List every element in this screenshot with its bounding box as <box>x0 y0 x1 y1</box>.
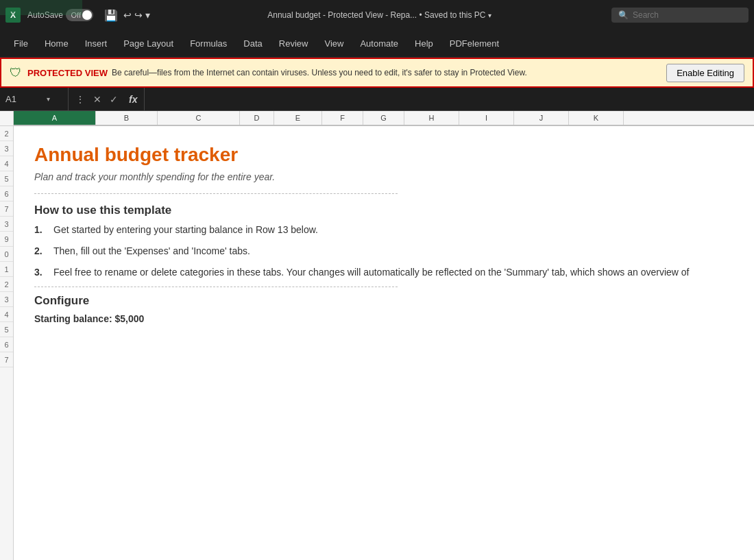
search-box[interactable]: 🔍 <box>611 8 749 23</box>
search-icon: 🔍 <box>618 10 629 20</box>
how-to-title: How to use this template <box>34 204 727 217</box>
row-num-12: 2 <box>0 277 13 292</box>
cell-ref-dropdown-icon[interactable]: ▾ <box>47 95 50 103</box>
row-num-17: 7 <box>0 352 13 367</box>
balance-label: Starting balance: <box>34 313 112 324</box>
formula-fx-icon[interactable]: fx <box>126 93 140 106</box>
enable-editing-button[interactable]: Enable Editing <box>666 64 744 82</box>
protected-view-banner: 🛡 PROTECTED VIEW Be careful—files from t… <box>0 58 754 88</box>
toggle-knob <box>82 10 92 20</box>
save-icon[interactable]: 💾 <box>104 9 118 22</box>
cell-reference-box[interactable]: ▾ <box>0 88 69 110</box>
search-input[interactable] <box>633 10 742 20</box>
row-num-6: 6 <box>0 186 13 202</box>
row-num-5: 5 <box>0 171 13 186</box>
row-num-header <box>0 111 13 126</box>
divider-bottom <box>34 287 398 287</box>
spreadsheet-content: Annual budget tracker Plan and track you… <box>14 126 754 338</box>
menu-insert[interactable]: Insert <box>77 34 116 53</box>
protected-view-label: PROTECTED VIEW <box>27 68 108 78</box>
row-num-4: 4 <box>0 156 13 171</box>
col-header-i[interactable]: I <box>459 111 514 125</box>
file-title: Annual budget - Protected View - Repa...… <box>153 10 606 20</box>
menu-automate[interactable]: Automate <box>352 34 406 53</box>
row-num-3: 3 <box>0 141 13 156</box>
autosave-label: AutoSave <box>27 10 63 20</box>
grid-content[interactable]: Annual budget tracker Plan and track you… <box>14 126 754 560</box>
instruction-text-1: Get started by entering your starting ba… <box>53 223 318 237</box>
instruction-num-3: 3. <box>34 265 48 280</box>
formula-bar: ▾ ⋮ ✕ ✓ fx <box>0 88 754 111</box>
col-header-h[interactable]: H <box>404 111 459 125</box>
title-bar: X AutoSave Off 💾 ↩ ↪ ▾ Annual budget - P… <box>0 0 754 30</box>
row-num-7: 7 <box>0 202 13 217</box>
col-header-e[interactable]: E <box>274 111 322 125</box>
shield-icon: 🛡 <box>10 66 22 80</box>
subtitle: Plan and track your monthly spending for… <box>34 171 727 182</box>
col-header-k[interactable]: K <box>569 111 624 125</box>
menu-formulas[interactable]: Formulas <box>182 34 235 53</box>
autosave-area: AutoSave Off <box>27 9 96 21</box>
grid-area: A B C D E F G H I J K Annual budget trac… <box>14 111 754 560</box>
col-header-j[interactable]: J <box>514 111 569 125</box>
col-header-c[interactable]: C <box>158 111 240 125</box>
row-num-9: 9 <box>0 232 13 247</box>
row-num-11: 1 <box>0 262 13 277</box>
menu-pdfelement[interactable]: PDFelement <box>441 34 507 53</box>
undo-icon[interactable]: ↩ <box>123 10 132 21</box>
instruction-num-2: 2. <box>34 244 48 258</box>
instruction-item-3: 3. Feel free to rename or delete categor… <box>34 265 727 280</box>
instruction-num-1: 1. <box>34 223 48 237</box>
column-headers: A B C D E F G H I J K <box>14 111 754 126</box>
col-header-b[interactable]: B <box>96 111 158 125</box>
autosave-toggle[interactable]: Off <box>66 9 93 21</box>
instruction-item-1: 1. Get started by entering your starting… <box>34 223 727 237</box>
cell-ref-input[interactable] <box>5 94 47 104</box>
formula-cancel-icon[interactable]: ✕ <box>90 93 104 106</box>
toggle-off-label: Off <box>71 11 81 19</box>
row-num-14: 4 <box>0 307 13 322</box>
row-num-2: 2 <box>0 126 13 141</box>
menu-view[interactable]: View <box>316 34 352 53</box>
balance-value: $5,000 <box>114 313 144 324</box>
menu-bar: File Home Insert Page Layout Formulas Da… <box>0 30 754 58</box>
row-num-10: 0 <box>0 247 13 262</box>
instruction-text-2: Then, fill out the 'Expenses' and 'Incom… <box>53 244 250 258</box>
menu-home[interactable]: Home <box>36 34 77 53</box>
undo-redo-area: ↩ ↪ ▾ <box>123 10 150 21</box>
row-num-16: 6 <box>0 337 13 352</box>
menu-help[interactable]: Help <box>406 34 441 53</box>
undo-more-icon[interactable]: ▾ <box>145 10 150 21</box>
col-header-g[interactable]: G <box>363 111 404 125</box>
menu-review[interactable]: Review <box>271 34 317 53</box>
divider-top <box>34 193 398 194</box>
row-num-15: 5 <box>0 322 13 337</box>
menu-file[interactable]: File <box>5 34 36 53</box>
formula-actions: ⋮ ✕ ✓ fx <box>69 88 145 110</box>
row-numbers: 2 3 4 5 6 7 3 9 0 1 2 3 4 5 6 7 <box>0 111 14 560</box>
col-header-f[interactable]: F <box>322 111 363 125</box>
spreadsheet-area: 2 3 4 5 6 7 3 9 0 1 2 3 4 5 6 7 A B C D … <box>0 111 754 560</box>
row-num-8: 3 <box>0 217 13 232</box>
instruction-text-3: Feel free to rename or delete categories… <box>53 265 690 280</box>
protected-view-title-label: Protected View <box>328 10 383 20</box>
formula-more-icon[interactable]: ⋮ <box>73 93 88 106</box>
col-header-a[interactable]: A <box>14 111 96 125</box>
instruction-item-2: 2. Then, fill out the 'Expenses' and 'In… <box>34 244 727 258</box>
instruction-list: 1. Get started by entering your starting… <box>34 223 727 280</box>
protected-view-message: Be careful—files from the Internet can c… <box>112 68 659 77</box>
formula-confirm-icon[interactable]: ✓ <box>107 93 121 106</box>
row-num-13: 3 <box>0 292 13 307</box>
col-header-d[interactable]: D <box>240 111 274 125</box>
excel-logo-icon: X <box>5 8 21 23</box>
menu-page-layout[interactable]: Page Layout <box>115 34 182 53</box>
configure-title: Configure <box>34 294 727 308</box>
main-title: Annual budget tracker <box>34 144 727 166</box>
redo-icon[interactable]: ↪ <box>134 10 143 21</box>
formula-input[interactable] <box>145 94 754 104</box>
balance-row: Starting balance: $5,000 <box>34 313 727 324</box>
menu-data[interactable]: Data <box>235 34 270 53</box>
